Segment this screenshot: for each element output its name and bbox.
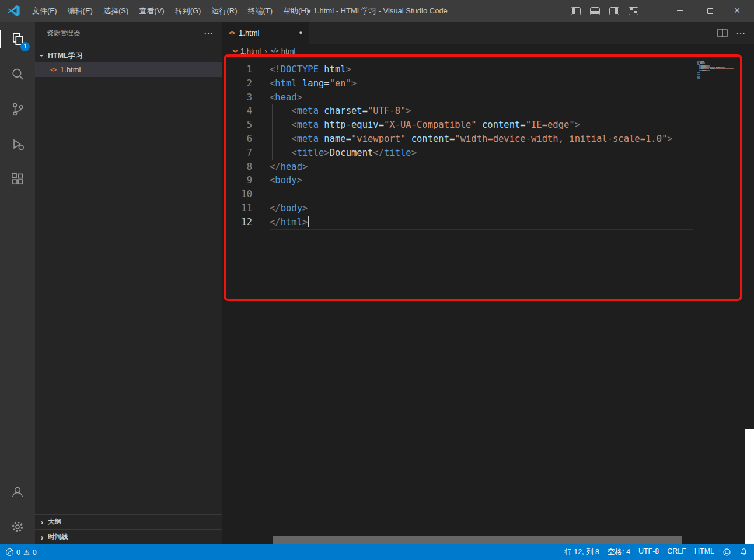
breadcrumb-separator: › bbox=[264, 47, 267, 55]
activity-run-debug-button[interactable] bbox=[0, 127, 35, 162]
code-token: </ bbox=[270, 162, 281, 172]
menubar-item[interactable]: 文件(F) bbox=[27, 0, 62, 22]
minimap-segment bbox=[725, 67, 725, 68]
layout-controls bbox=[566, 0, 643, 22]
minimize-icon bbox=[677, 10, 683, 11]
html-symbol-icon: </> bbox=[271, 48, 278, 54]
modified-dot-icon[interactable]: ● bbox=[299, 30, 302, 36]
vscode-logo-icon bbox=[7, 4, 20, 18]
minimap-segment bbox=[704, 68, 710, 69]
minimap-segment bbox=[701, 67, 707, 68]
code-token: title bbox=[297, 148, 324, 158]
breadcrumb: <>1.html›</>html bbox=[222, 44, 754, 58]
code-token bbox=[270, 148, 291, 158]
activity-search-button[interactable] bbox=[0, 57, 35, 92]
code-line[interactable]: 5 <meta http-equiv="X-UA-Compatible" con… bbox=[222, 118, 754, 132]
sidebar-bottom-section[interactable]: ›大纲 bbox=[35, 514, 222, 529]
status-item[interactable]: CRLF bbox=[667, 547, 686, 557]
sidebar-bottom-section[interactable]: ›时间线 bbox=[35, 529, 222, 544]
status-bar-left: 0 ⚠ 0 bbox=[6, 548, 37, 556]
code-line[interactable]: 11</body> bbox=[222, 202, 754, 216]
menubar-item[interactable]: 运行(R) bbox=[206, 0, 242, 22]
code-line[interactable]: 8</head> bbox=[222, 160, 754, 174]
menubar-item[interactable]: 终端(T) bbox=[242, 0, 278, 22]
code-token: = bbox=[362, 106, 368, 116]
explorer-badge: 1 bbox=[20, 42, 30, 51]
vertical-scrollbar-track[interactable] bbox=[745, 429, 754, 544]
code-line[interactable]: 1<!DOCTYPE html> bbox=[222, 63, 754, 77]
code-token: body bbox=[281, 203, 302, 214]
code-line-content: </html> bbox=[270, 216, 309, 230]
menubar-item[interactable]: 编辑(E) bbox=[62, 0, 98, 22]
sidebar-explorer: 资源管理器 ⋯ › HTML学习 <> 1.html ›大纲›时间线 bbox=[35, 22, 222, 544]
indent-guide bbox=[272, 132, 273, 146]
line-number: 8 bbox=[222, 160, 252, 174]
error-count: 0 bbox=[16, 548, 20, 556]
explorer-actions-more-icon[interactable]: ⋯ bbox=[204, 27, 214, 38]
sidebar-title: 资源管理器 bbox=[47, 29, 81, 37]
chevron-right-icon: › bbox=[39, 533, 46, 542]
menubar-item[interactable]: 选择(S) bbox=[98, 0, 134, 22]
code-line[interactable]: 7 <title>Document</title> bbox=[222, 146, 754, 160]
file-item-1html[interactable]: <> 1.html bbox=[35, 62, 222, 77]
maximize-button[interactable] bbox=[697, 0, 724, 22]
bell-icon[interactable] bbox=[739, 548, 748, 556]
line-number: 10 bbox=[222, 188, 252, 202]
toggle-secondary-sidebar-icon[interactable] bbox=[609, 7, 619, 15]
activity-explorer-button[interactable]: 1 bbox=[0, 22, 35, 57]
settings-button[interactable] bbox=[0, 509, 35, 544]
customize-layout-icon[interactable] bbox=[629, 7, 638, 15]
status-item[interactable]: HTML bbox=[694, 547, 714, 557]
code-line[interactable]: 12</html> bbox=[222, 216, 754, 230]
horizontal-scrollbar[interactable] bbox=[273, 536, 682, 544]
breadcrumb-item[interactable]: <>1.html bbox=[232, 47, 261, 55]
indent-guide bbox=[272, 118, 273, 132]
minimap-segment bbox=[700, 78, 700, 79]
code-token: > bbox=[575, 120, 580, 130]
status-item[interactable]: UTF-8 bbox=[638, 547, 659, 557]
code-line[interactable]: 2<html lang="en"> bbox=[222, 77, 754, 91]
toggle-panel-icon[interactable] bbox=[590, 7, 600, 15]
code-line[interactable]: 9<body> bbox=[222, 174, 754, 188]
activity-bar: 1 bbox=[0, 22, 35, 544]
toggle-sidebar-icon[interactable] bbox=[571, 7, 581, 15]
code-token: http-equiv bbox=[324, 120, 378, 130]
code-line[interactable]: 10 bbox=[222, 188, 754, 202]
code-token: = bbox=[346, 134, 351, 144]
activity-extensions-button[interactable] bbox=[0, 162, 35, 197]
code-line-content: <!DOCTYPE html> bbox=[270, 63, 351, 77]
code-line-content: <meta charset="UTF-8"> bbox=[270, 104, 411, 118]
minimize-button[interactable] bbox=[666, 0, 693, 22]
breadcrumb-item[interactable]: </>html bbox=[271, 47, 296, 55]
sidebar-section-header[interactable]: › HTML学习 bbox=[35, 48, 222, 62]
code-token: html bbox=[275, 78, 296, 89]
feedback-icon[interactable] bbox=[722, 548, 731, 556]
account-button[interactable] bbox=[0, 474, 35, 509]
menubar-item[interactable]: 转到(G) bbox=[170, 0, 207, 22]
tab-1html[interactable]: <> 1.html ● bbox=[222, 22, 309, 44]
code-token bbox=[319, 106, 324, 116]
line-number: 12 bbox=[222, 216, 252, 230]
code-token: meta bbox=[297, 134, 319, 144]
editor-more-actions-icon[interactable]: ⋯ bbox=[736, 27, 746, 38]
line-number: 3 bbox=[222, 91, 252, 105]
code-line[interactable]: 6 <meta name="viewport" content="width=d… bbox=[222, 132, 754, 146]
status-item[interactable]: 行 12, 列 8 bbox=[564, 547, 599, 557]
code-token: name bbox=[324, 134, 345, 144]
minimap[interactable] bbox=[697, 61, 743, 79]
warning-icon: ⚠ bbox=[23, 548, 30, 556]
html-file-icon: <> bbox=[229, 30, 235, 36]
code-line[interactable]: 4 <meta charset="UTF-8"> bbox=[222, 104, 754, 118]
problems-status[interactable]: 0 ⚠ 0 bbox=[6, 548, 37, 556]
code-token: body bbox=[275, 175, 296, 186]
close-button[interactable]: × bbox=[724, 0, 750, 22]
code-line[interactable]: 3<head> bbox=[222, 91, 754, 105]
activity-source-control-button[interactable] bbox=[0, 92, 35, 127]
code-token bbox=[270, 134, 291, 144]
menubar-item[interactable]: 查看(V) bbox=[134, 0, 169, 22]
split-editor-icon[interactable] bbox=[717, 29, 728, 37]
status-item[interactable]: 空格: 4 bbox=[608, 547, 630, 557]
code-token: </ bbox=[270, 217, 281, 228]
status-bar: 0 ⚠ 0 行 12, 列 8空格: 4UTF-8CRLFHTML bbox=[0, 544, 754, 560]
code-editor[interactable]: 1<!DOCTYPE html>2<html lang="en">3<head>… bbox=[222, 58, 754, 230]
